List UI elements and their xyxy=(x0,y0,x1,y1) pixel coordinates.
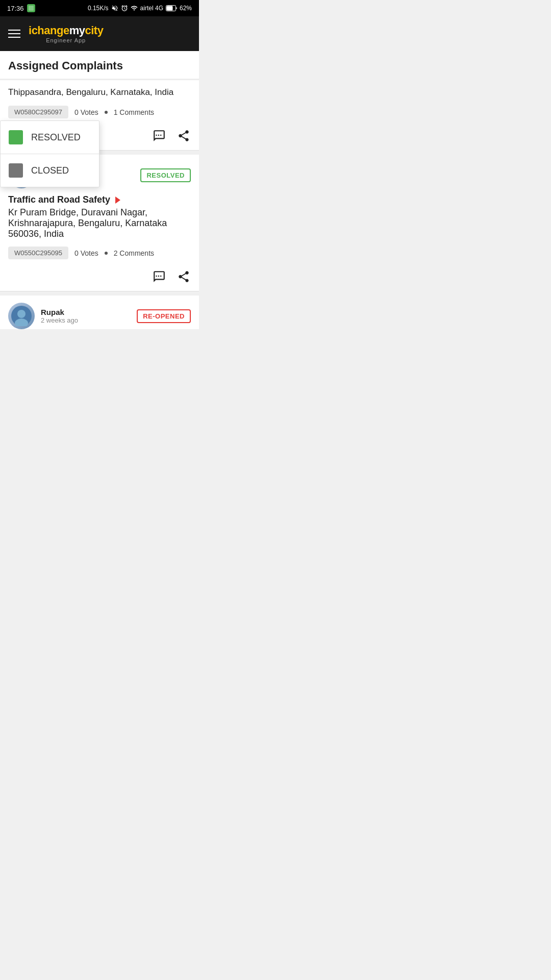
category-label-2: Traffic and Road Safety xyxy=(8,194,110,205)
dot-1 xyxy=(105,111,108,114)
mute-icon xyxy=(111,5,118,12)
comment-icon-2[interactable] xyxy=(152,270,166,284)
status-badge-reopened: RE-OPENED xyxy=(137,309,191,323)
closed-color-box xyxy=(9,163,23,178)
menu-button[interactable] xyxy=(8,30,20,38)
status-bar-right: 0.15K/s airtel 4G 62% xyxy=(88,5,192,12)
resolved-color-box xyxy=(9,130,23,144)
complaint-actions-2 xyxy=(0,264,199,291)
app-logo: ichangemycity Engineer App xyxy=(29,24,103,43)
status-dropdown[interactable]: RESOLVED CLOSED xyxy=(0,120,99,187)
dropdown-item-closed[interactable]: CLOSED xyxy=(1,154,99,187)
dropdown-label-resolved: RESOLVED xyxy=(31,132,81,143)
dot-2 xyxy=(105,252,108,255)
page-title-bar: Assigned Complaints xyxy=(0,51,199,79)
network-speed: 0.15K/s xyxy=(88,5,109,12)
share-icon-2[interactable] xyxy=(177,270,191,284)
logo-my: my xyxy=(69,24,85,37)
battery-percent: 62% xyxy=(180,5,192,12)
complaint-card-3: Rupak 2 weeks ago RE-OPENED xyxy=(0,296,199,329)
battery-icon xyxy=(166,5,177,11)
dropdown-label-closed: CLOSED xyxy=(31,165,69,176)
logo-change: change xyxy=(32,24,69,37)
dropdown-item-resolved[interactable]: RESOLVED xyxy=(1,121,99,154)
triangle-icon-2 xyxy=(115,197,120,204)
avatar-info-3: Rupak 2 weeks ago xyxy=(41,308,131,324)
logo-city: city xyxy=(85,24,103,37)
logo-subtitle: Engineer App xyxy=(46,37,86,43)
status-bar-left: 17:36 xyxy=(7,4,35,12)
carrier-display: airtel 4G xyxy=(140,5,163,12)
status-badge-resolved: RESOLVED xyxy=(140,168,191,182)
category-location-2: Kr Puram Bridge, Duravani Nagar, Krishna… xyxy=(8,207,191,239)
votes-1: 0 Votes xyxy=(74,108,98,116)
comments-2: 2 Comments xyxy=(114,249,154,257)
complaint-location-1: Thippasandra, Bengaluru, Karnataka, Indi… xyxy=(0,80,199,101)
app-header: ichangemycity Engineer App xyxy=(0,16,199,51)
avatar-3 xyxy=(8,303,35,329)
avatar-row-3: Rupak 2 weeks ago RE-OPENED xyxy=(0,296,199,329)
avatar-name-3: Rupak xyxy=(41,308,131,316)
svg-rect-0 xyxy=(29,6,34,11)
svg-rect-2 xyxy=(166,6,172,11)
share-icon-1[interactable] xyxy=(177,129,191,143)
avatar-time-3: 2 weeks ago xyxy=(41,316,131,324)
comments-1: 1 Comments xyxy=(114,108,154,116)
time-display: 17:36 xyxy=(7,5,24,12)
comment-icon-1[interactable] xyxy=(152,129,166,143)
complaint-id-2: W0550C295095 xyxy=(8,247,68,259)
signal-icon xyxy=(131,5,138,12)
votes-2: 0 Votes xyxy=(74,249,98,257)
page-title: Assigned Complaints xyxy=(8,59,191,72)
complaint-category-2: Traffic and Road Safety Kr Puram Bridge,… xyxy=(0,188,199,241)
app-indicator-icon xyxy=(27,4,35,12)
logo-wordmark: ichangemycity xyxy=(29,24,103,37)
svg-point-7 xyxy=(17,310,26,318)
complaint-id-1: W0580C295097 xyxy=(8,106,68,118)
status-bar: 17:36 0.15K/s airtel 4G 62% xyxy=(0,0,199,16)
alarm-icon xyxy=(121,5,128,12)
complaint-card-1: Thippasandra, Bengaluru, Karnataka, Indi… xyxy=(0,80,199,151)
complaint-meta-2: W0550C295095 0 Votes 2 Comments xyxy=(0,241,199,264)
